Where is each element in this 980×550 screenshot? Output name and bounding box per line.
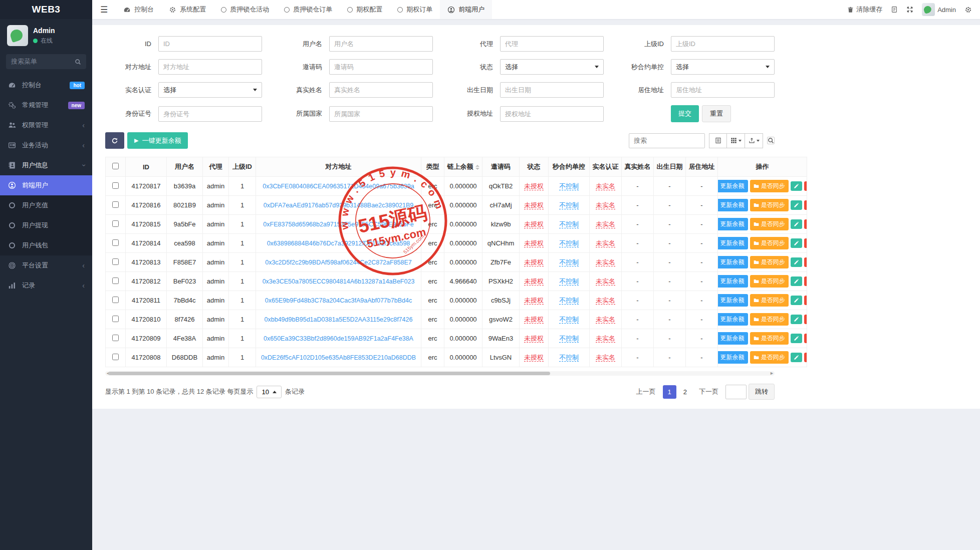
jump-page-input[interactable] bbox=[725, 385, 747, 399]
kyc-editable[interactable]: 未实名 bbox=[596, 182, 615, 190]
sync-toggle-button[interactable]: 是否同步 bbox=[750, 275, 789, 288]
kyc-editable[interactable]: 未实名 bbox=[596, 316, 615, 324]
sync-toggle-button[interactable]: 是否同步 bbox=[750, 218, 789, 230]
delete-button[interactable] bbox=[804, 296, 807, 305]
row-checkbox[interactable] bbox=[112, 335, 119, 341]
kyc-editable[interactable]: 未实名 bbox=[596, 297, 615, 305]
edit-button[interactable] bbox=[791, 238, 802, 248]
submit-button[interactable]: 提交 bbox=[671, 105, 699, 122]
contract-control-editable[interactable]: 不控制 bbox=[559, 258, 579, 266]
table-search-input[interactable] bbox=[629, 133, 705, 148]
update-balance-button[interactable]: 更新余额 bbox=[718, 313, 748, 326]
kyc-editable[interactable]: 未实名 bbox=[596, 201, 615, 209]
sync-toggle-button[interactable]: 是否同步 bbox=[750, 294, 789, 307]
nav-tab-staking-orders[interactable]: 质押锁仓订单 bbox=[277, 0, 340, 19]
status-editable[interactable]: 未授权 bbox=[524, 354, 544, 362]
sidebar-item-platform-settings[interactable]: 平台设置 ‹ bbox=[0, 255, 92, 276]
col-address[interactable]: 对方地址 bbox=[256, 157, 421, 177]
parent-id-field[interactable] bbox=[671, 36, 775, 52]
edit-button[interactable] bbox=[791, 334, 802, 343]
update-balance-button[interactable]: 更新余额 bbox=[718, 256, 748, 268]
refresh-button[interactable] bbox=[105, 132, 124, 149]
sync-toggle-button[interactable]: 是否同步 bbox=[750, 332, 789, 345]
update-balance-button[interactable]: 更新余额 bbox=[718, 199, 748, 211]
status-editable[interactable]: 未授权 bbox=[524, 182, 544, 190]
address-link[interactable]: 0x638986884B46b76Dc7a392912fDF15f1f7cea5… bbox=[267, 240, 410, 247]
contract-control-editable[interactable]: 不控制 bbox=[559, 335, 579, 343]
update-balance-button[interactable]: 更新余额 bbox=[718, 294, 748, 307]
delete-button[interactable] bbox=[804, 181, 807, 191]
username-field[interactable] bbox=[329, 36, 433, 52]
delete-button[interactable] bbox=[804, 277, 807, 286]
address-link[interactable]: 0x3CbFE0804086CEA09635171D454e09a675b363… bbox=[263, 183, 414, 190]
status-editable[interactable]: 未授权 bbox=[524, 220, 544, 228]
col-status[interactable]: 状态 bbox=[520, 157, 549, 177]
address-field[interactable] bbox=[158, 59, 262, 75]
address-link[interactable]: 0xDFA7eaAEd9176ab57d939b31488Bae2c389021… bbox=[264, 202, 414, 209]
address-link[interactable]: 0x65E9b9Fd48b3C78a204Cac3fA9aAbf077b7bBd… bbox=[265, 297, 412, 304]
id-field[interactable] bbox=[158, 36, 262, 52]
kyc-editable[interactable]: 未实名 bbox=[596, 354, 615, 362]
edit-button[interactable] bbox=[791, 181, 802, 191]
sync-toggle-button[interactable]: 是否同步 bbox=[750, 180, 789, 192]
sidebar-item-activities[interactable]: 业务活动 ‹ bbox=[0, 135, 92, 155]
edit-button[interactable] bbox=[791, 277, 802, 286]
row-checkbox[interactable] bbox=[112, 258, 119, 265]
col-birthday[interactable]: 出生日期 bbox=[654, 157, 686, 177]
col-real-name[interactable]: 真实姓名 bbox=[622, 157, 654, 177]
update-all-balances-button[interactable]: ▶ 一键更新余额 bbox=[127, 132, 188, 149]
delete-button[interactable] bbox=[804, 334, 807, 343]
delete-button[interactable] bbox=[804, 219, 807, 229]
sort-icon[interactable] bbox=[475, 165, 479, 170]
status-editable[interactable]: 未授权 bbox=[524, 297, 544, 305]
export-button[interactable] bbox=[745, 133, 763, 148]
row-checkbox[interactable] bbox=[112, 278, 119, 284]
user-menu[interactable]: Admin bbox=[922, 3, 956, 16]
address-link[interactable]: 0xDE26f5cAF102D105e635Ab8FE853DE210aD68D… bbox=[261, 354, 416, 361]
delete-button[interactable] bbox=[804, 353, 807, 362]
sidebar-item-user-withdraw[interactable]: 用户提现 bbox=[0, 215, 92, 235]
status-editable[interactable]: 未授权 bbox=[524, 258, 544, 266]
birthday-field[interactable] bbox=[500, 82, 604, 98]
hamburger-menu-icon[interactable]: ☰ bbox=[92, 0, 116, 19]
kyc-editable[interactable]: 未实名 bbox=[596, 239, 615, 247]
nav-tab-staking-activity[interactable]: 质押锁仓活动 bbox=[213, 0, 277, 19]
sync-toggle-button[interactable]: 是否同步 bbox=[750, 313, 789, 326]
next-page-button[interactable]: 下一页 bbox=[694, 384, 723, 399]
sidebar-item-records[interactable]: 记录 ‹ bbox=[0, 276, 92, 296]
select-all-checkbox[interactable] bbox=[112, 163, 119, 169]
page-1-button[interactable]: 1 bbox=[663, 385, 676, 399]
auth-address-field[interactable] bbox=[500, 106, 604, 122]
update-balance-button[interactable]: 更新余额 bbox=[718, 180, 748, 192]
status-select[interactable]: 选择 bbox=[500, 59, 604, 75]
col-contract-control[interactable]: 秒合约单控 bbox=[549, 157, 590, 177]
jump-button[interactable]: 跳转 bbox=[749, 384, 775, 400]
kyc-editable[interactable]: 未实名 bbox=[596, 220, 615, 228]
nav-tab-options-orders[interactable]: 期权订单 bbox=[390, 0, 440, 19]
nav-tab-frontend-users[interactable]: 前端用户 bbox=[440, 0, 492, 19]
sync-toggle-button[interactable]: 是否同步 bbox=[750, 256, 789, 268]
col-parent-id[interactable]: 上级ID bbox=[229, 157, 256, 177]
col-id[interactable]: ID bbox=[126, 157, 167, 177]
row-checkbox[interactable] bbox=[112, 220, 119, 227]
sync-toggle-button[interactable]: 是否同步 bbox=[750, 199, 789, 211]
reset-button[interactable]: 重置 bbox=[702, 105, 731, 122]
update-balance-button[interactable]: 更新余额 bbox=[718, 351, 748, 364]
edit-button[interactable] bbox=[791, 257, 802, 267]
edit-button[interactable] bbox=[791, 315, 802, 324]
status-editable[interactable]: 未授权 bbox=[524, 201, 544, 209]
edit-button[interactable] bbox=[791, 353, 802, 362]
status-editable[interactable]: 未授权 bbox=[524, 316, 544, 324]
document-icon[interactable] bbox=[891, 6, 898, 13]
nav-tab-system-config[interactable]: 系统配置 bbox=[161, 0, 213, 19]
row-checkbox[interactable] bbox=[112, 297, 119, 303]
col-balance[interactable]: 链上余额 bbox=[444, 157, 482, 177]
update-balance-button[interactable]: 更新余额 bbox=[718, 275, 748, 288]
address-link[interactable]: 0x3e3CE50a7805ECC9804814A6b13287a14aBeF0… bbox=[263, 278, 415, 285]
page-2-button[interactable]: 2 bbox=[678, 385, 692, 399]
delete-button[interactable] bbox=[804, 315, 807, 324]
contract-control-editable[interactable]: 不控制 bbox=[559, 239, 579, 247]
sidebar-search-input[interactable]: 搜索菜单 bbox=[6, 54, 86, 69]
prev-page-button[interactable]: 上一页 bbox=[631, 384, 661, 399]
update-balance-button[interactable]: 更新余额 bbox=[718, 218, 748, 230]
